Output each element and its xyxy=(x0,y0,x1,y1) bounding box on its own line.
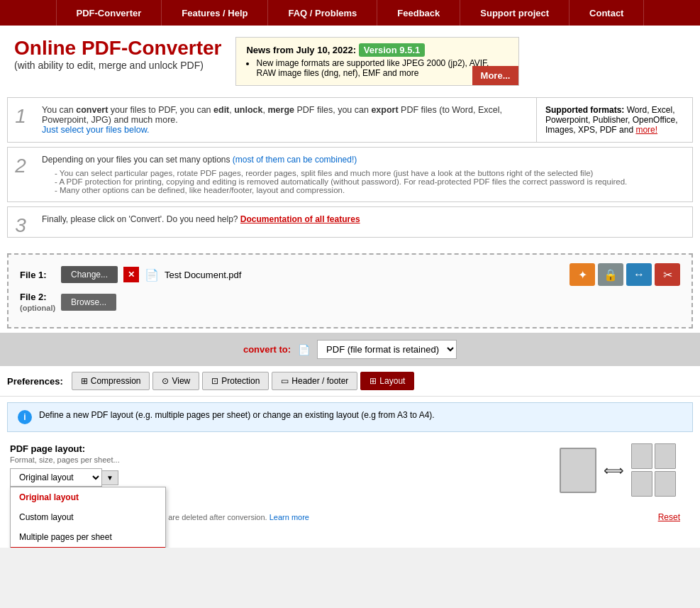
preferences-label: Preferences: xyxy=(7,376,63,387)
step-2-notes: You can select particular pages, rotate … xyxy=(42,169,684,194)
nav-feedback[interactable]: Feedback xyxy=(377,0,460,26)
headerfooter-label: Header / footer xyxy=(291,376,348,386)
layout-icon: ⊞ xyxy=(370,376,377,386)
header-title: Online PDF-Converter (with ability to ed… xyxy=(14,37,221,71)
step-2-number: 2 xyxy=(8,148,33,201)
tab-view[interactable]: ⊙ View xyxy=(152,372,199,390)
layout-select[interactable]: Original layout xyxy=(10,468,102,487)
step-3-number: 3 xyxy=(8,207,33,237)
step-3-row: 3 Finally, please click on 'Convert'. Do… xyxy=(7,206,693,238)
step-1-content: You can convert your files to PDF, you c… xyxy=(33,98,536,142)
page-small-4 xyxy=(655,471,676,497)
page-small-3 xyxy=(631,471,652,497)
layout-dropdown-arrow[interactable]: ▼ xyxy=(102,470,118,485)
pdf-layout-title: PDF page layout: xyxy=(10,443,545,454)
tab-protection[interactable]: ⊡ Protection xyxy=(202,372,269,390)
browse-button[interactable]: Browse... xyxy=(61,294,116,311)
pages-grid xyxy=(631,443,676,497)
step-2-note-2: A PDF protection for printing, copying a… xyxy=(49,177,684,186)
convert-to-row: convert to: 📄 PDF (file format is retain… xyxy=(0,333,700,366)
single-page-rect xyxy=(560,448,596,493)
supported-formats-label: Supported formats: xyxy=(545,105,624,115)
file-2-row: File 2: (optional) Browse... xyxy=(20,292,680,313)
file-1-name: Test Document.pdf xyxy=(165,270,241,280)
convert-format-select[interactable]: PDF (file format is retained) xyxy=(317,340,457,359)
headerfooter-icon: ▭ xyxy=(281,376,289,386)
tab-layout[interactable]: ⊞ Layout xyxy=(360,372,414,390)
step-2-note-1: You can select particular pages, rotate … xyxy=(49,169,684,177)
step-3-text: Finally, please click on 'Convert'. Do y… xyxy=(42,214,238,224)
dropdown-item-multiple[interactable]: Multiple pages per sheet xyxy=(11,527,165,547)
news-box: News from July 10, 2022: Version 9.5.1 N… xyxy=(235,37,519,86)
file-1-label: File 1: xyxy=(20,270,55,280)
layout-dropdown-menu: Original layout Custom layout Multiple p… xyxy=(10,487,166,548)
header-area: Online PDF-Converter (with ability to ed… xyxy=(0,26,700,97)
page-small-1 xyxy=(631,443,652,469)
page-subtitle: (with ability to edit, merge and unlock … xyxy=(14,60,221,71)
compression-label: Compression xyxy=(91,376,141,386)
step-3-content: Finally, please click on 'Convert'. Do y… xyxy=(33,207,692,237)
reset-link[interactable]: Reset xyxy=(658,512,680,522)
file-action-icons: ✦ 🔒 ↔ ✂ xyxy=(570,263,680,286)
dropdown-item-custom[interactable]: Custom layout xyxy=(11,507,165,527)
pdf-format-icon: 📄 xyxy=(298,344,310,355)
preferences-row: Preferences: ⊞ Compression ⊙ View ⊡ Prot… xyxy=(0,366,700,397)
file-2-optional: (optional) xyxy=(20,304,55,312)
more-button[interactable]: More... xyxy=(472,66,519,85)
tab-headerfooter[interactable]: ▭ Header / footer xyxy=(272,372,357,390)
nav-pdf-converter[interactable]: PDF-Converter xyxy=(56,0,162,26)
pdf-icon: 📄 xyxy=(145,268,159,282)
nav-features[interactable]: Features / Help xyxy=(162,0,268,26)
nav-faq[interactable]: FAQ / Problems xyxy=(268,0,377,26)
page-small-2 xyxy=(655,443,676,469)
file-2-label: File 2: (optional) xyxy=(20,292,55,313)
lock-button[interactable]: 🔒 xyxy=(598,263,623,286)
pdf-layout-left: PDF page layout: Format, size, pages per… xyxy=(10,443,545,487)
news-bullet: New image formats are supported like JPE… xyxy=(256,58,509,78)
step-1-number: 1 xyxy=(8,98,33,142)
dropdown-item-booklet[interactable]: Booklet (in order to bind a book) xyxy=(11,547,165,548)
info-icon: i xyxy=(18,410,32,424)
version-badge: Version 9.5.1 xyxy=(359,43,426,57)
layout-select-container: Original layout ▼ Original layout Custom… xyxy=(10,468,545,487)
wand-button[interactable]: ✦ xyxy=(570,263,595,286)
compression-icon: ⊞ xyxy=(81,376,88,386)
layout-info-banner: i Define a new PDF layout (e.g. multiple… xyxy=(7,402,693,432)
step-2-content: Depending on your files you can set many… xyxy=(33,148,692,201)
change-button[interactable]: Change... xyxy=(61,266,118,283)
nav-support[interactable]: Support project xyxy=(460,0,570,26)
pdf-layout-row: PDF page layout: Format, size, pages per… xyxy=(10,443,690,497)
view-icon: ⊙ xyxy=(162,376,169,386)
step-1-select-text: Just select your files below. xyxy=(42,125,528,135)
file-area: File 1: Change... ✕ 📄 Test Document.pdf … xyxy=(7,253,693,328)
step-1-side: Supported formats: Word, Excel, Powerpoi… xyxy=(536,98,692,142)
supported-more-link[interactable]: more! xyxy=(635,125,657,135)
step-2-note-3: Many other options can be defined, like … xyxy=(49,186,684,194)
view-label: View xyxy=(172,376,190,386)
arrow-icon: ⟺ xyxy=(604,462,624,479)
pdf-layout-section: PDF page layout: Format, size, pages per… xyxy=(0,438,700,548)
learn-more-link[interactable]: Learn more xyxy=(270,513,309,521)
nav-contact[interactable]: Contact xyxy=(570,0,644,26)
step-3-docs-link[interactable]: Documentation of all features xyxy=(240,214,360,224)
news-date: News from July 10, 2022: xyxy=(246,45,356,55)
arrows-button[interactable]: ↔ xyxy=(626,263,652,286)
page-title: Online PDF-Converter xyxy=(14,37,221,60)
tab-compression[interactable]: ⊞ Compression xyxy=(72,372,150,390)
layout-label: Layout xyxy=(379,376,405,386)
steps-container: 1 You can convert your files to PDF, you… xyxy=(0,97,700,249)
step-1-row: 1 You can convert your files to PDF, you… xyxy=(7,97,693,143)
dropdown-item-original[interactable]: Original layout xyxy=(11,487,165,507)
step-2-row: 2 Depending on your files you can set ma… xyxy=(7,147,693,202)
remove-file-button[interactable]: ✕ xyxy=(123,267,139,282)
protection-icon: ⊡ xyxy=(211,376,218,386)
scissors-button[interactable]: ✂ xyxy=(655,263,680,286)
layout-info-text: Define a new PDF layout (e.g. multiple p… xyxy=(39,410,435,420)
protection-label: Protection xyxy=(221,376,260,386)
file-1-row: File 1: Change... ✕ 📄 Test Document.pdf … xyxy=(20,263,680,286)
top-navigation: PDF-Converter Features / Help FAQ / Prob… xyxy=(0,0,700,26)
layout-diagram: ⟺ xyxy=(560,443,676,497)
pdf-layout-sub: Format, size, pages per sheet... xyxy=(10,455,545,464)
news-title: News from July 10, 2022: Version 9.5.1 xyxy=(246,45,509,55)
convert-label: convert to: xyxy=(243,344,291,355)
